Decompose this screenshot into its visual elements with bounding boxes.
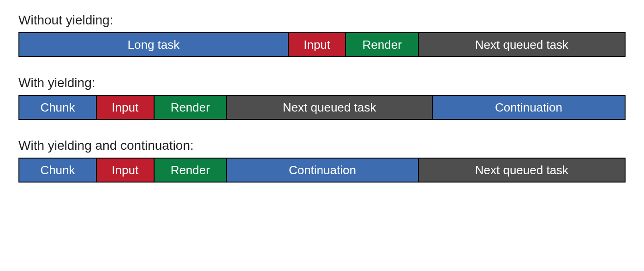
timeline-segment: Continuation xyxy=(227,159,419,182)
timeline-segment: Next queued task xyxy=(419,159,625,182)
timeline-bar: Long taskInputRenderNext queued task xyxy=(18,32,626,57)
row-title: With yielding: xyxy=(18,76,626,90)
timeline-segment: Render xyxy=(155,159,227,182)
timeline-segment: Next queued task xyxy=(227,96,433,119)
timeline-segment: Next queued task xyxy=(419,33,625,56)
row-title: With yielding and continuation: xyxy=(18,138,626,153)
diagram-row: With yielding and continuation:ChunkInpu… xyxy=(18,138,626,183)
timeline-segment: Render xyxy=(346,33,418,56)
task-scheduling-diagram: Without yielding:Long taskInputRenderNex… xyxy=(18,13,626,183)
timeline-segment: Chunk xyxy=(19,96,97,119)
timeline-segment: Continuation xyxy=(433,96,625,119)
timeline-segment: Render xyxy=(155,96,227,119)
timeline-segment: Input xyxy=(97,96,155,119)
diagram-row: With yielding:ChunkInputRenderNext queue… xyxy=(18,76,626,120)
timeline-bar: ChunkInputRenderNext queued taskContinua… xyxy=(18,95,626,120)
timeline-segment: Chunk xyxy=(19,159,97,182)
timeline-bar: ChunkInputRenderContinuationNext queued … xyxy=(18,158,626,183)
timeline-segment: Long task xyxy=(19,33,289,56)
timeline-segment: Input xyxy=(97,159,155,182)
timeline-segment: Input xyxy=(289,33,346,56)
diagram-row: Without yielding:Long taskInputRenderNex… xyxy=(18,13,626,57)
row-title: Without yielding: xyxy=(18,13,626,28)
